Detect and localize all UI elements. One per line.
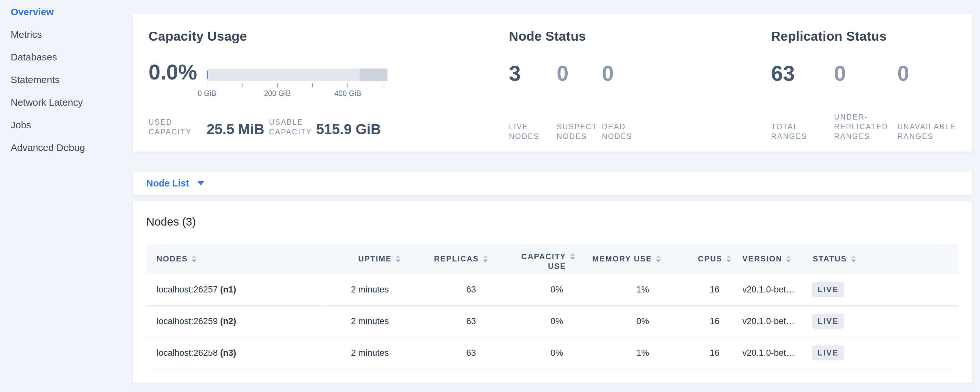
under-replicated-ranges-label: UNDER- REPLICATED RANGES bbox=[834, 112, 888, 141]
usable-capacity-label: USABLE CAPACITY bbox=[269, 117, 316, 137]
dead-nodes-label: DEAD NODES bbox=[602, 122, 632, 141]
node-row[interactable]: localhost:26258 (n3) 2 minutes 63 0% 1% … bbox=[146, 337, 959, 369]
capacity-usage-title: Capacity Usage bbox=[148, 29, 247, 44]
col-header-memory-use[interactable]: MEMORY USE bbox=[575, 244, 661, 274]
sort-icon[interactable] bbox=[851, 255, 856, 262]
sort-icon[interactable] bbox=[726, 255, 731, 262]
col-header-status[interactable]: STATUS bbox=[804, 244, 959, 274]
memory-use-cell: 1% bbox=[575, 337, 661, 369]
version-cell: v20.1.0-bet… bbox=[731, 274, 804, 305]
col-header-version[interactable]: VERSION bbox=[731, 244, 804, 274]
chevron-down-icon[interactable] bbox=[197, 181, 204, 185]
sidebar-item-network-latency[interactable]: Network Latency bbox=[0, 91, 132, 114]
capacity-usage-section: Capacity Usage 0.0% 0 GiB 200 GiB 400 Gi… bbox=[148, 14, 504, 151]
axis-label: 0 GiB bbox=[197, 89, 216, 98]
sidebar-item-metrics[interactable]: Metrics bbox=[0, 23, 132, 46]
capacity-gauge: 0 GiB 200 GiB 400 GiB bbox=[207, 69, 388, 99]
capacity-other-usage-bar bbox=[360, 69, 388, 81]
sort-icon[interactable] bbox=[396, 255, 401, 262]
capacity-summary-stats: USED CAPACITY 25.5 MiB USABLE CAPACITY 5… bbox=[148, 117, 381, 137]
total-ranges-count: 63 bbox=[771, 63, 795, 84]
memory-use-cell: 1% bbox=[575, 274, 661, 305]
capacity-use-cell: 0% bbox=[488, 305, 575, 337]
capacity-use-cell: 0% bbox=[488, 337, 575, 369]
suspect-nodes-label: SUSPECT NODES bbox=[557, 122, 597, 141]
nodes-card: Nodes (3) NODES UPTIME bbox=[132, 200, 972, 383]
node-name-cell[interactable]: localhost:26258 (n3) bbox=[146, 337, 321, 369]
node-name-cell[interactable]: localhost:26257 (n1) bbox=[146, 274, 321, 305]
status-cell: LIVE bbox=[804, 305, 959, 337]
sidebar-item-overview[interactable]: Overview bbox=[0, 1, 132, 23]
sidebar-item-jobs[interactable]: Jobs bbox=[0, 114, 132, 136]
capacity-used-percent: 0.0% bbox=[148, 61, 197, 83]
status-badge: LIVE bbox=[812, 346, 844, 360]
table-header-row: NODES UPTIME REPLICAS bbox=[146, 244, 959, 274]
node-name-cell[interactable]: localhost:26259 (n2) bbox=[146, 305, 321, 337]
sidebar-item-advanced-debug[interactable]: Advanced Debug bbox=[0, 136, 132, 159]
col-header-nodes[interactable]: NODES bbox=[146, 244, 321, 274]
memory-use-cell: 0% bbox=[575, 305, 661, 337]
sort-icon[interactable] bbox=[483, 255, 488, 262]
capacity-axis-labels: 0 GiB 200 GiB 400 GiB bbox=[207, 89, 388, 99]
unavailable-ranges-count: 0 bbox=[897, 63, 909, 84]
cpus-cell: 16 bbox=[661, 274, 731, 305]
unavailable-ranges-label: UNAVAILABLE RANGES bbox=[897, 122, 956, 141]
col-header-cpus[interactable]: CPUS bbox=[661, 244, 731, 274]
status-badge: LIVE bbox=[812, 314, 844, 329]
sidebar: Overview Metrics Databases Statements Ne… bbox=[0, 0, 132, 392]
sort-icon[interactable] bbox=[656, 255, 661, 262]
node-status-section: Node Status 3 0 0 LIVE NODES SUSPECT NOD… bbox=[509, 14, 761, 151]
status-badge: LIVE bbox=[812, 282, 844, 297]
sort-icon[interactable] bbox=[570, 253, 575, 260]
suspect-nodes-count: 0 bbox=[557, 63, 569, 84]
cluster-summary-card: Capacity Usage 0.0% 0 GiB 200 GiB 400 Gi… bbox=[132, 14, 972, 152]
sidebar-item-databases[interactable]: Databases bbox=[0, 46, 132, 69]
replication-status-title: Replication Status bbox=[771, 29, 887, 44]
sort-icon[interactable] bbox=[786, 255, 791, 262]
nodes-heading: Nodes (3) bbox=[146, 215, 959, 228]
live-nodes-count: 3 bbox=[509, 63, 521, 84]
uptime-cell: 2 minutes bbox=[321, 274, 401, 305]
replicas-cell: 63 bbox=[401, 305, 488, 337]
node-list-dropdown[interactable]: Node List bbox=[146, 178, 189, 189]
main-content: Capacity Usage 0.0% 0 GiB 200 GiB 400 Gi… bbox=[132, 0, 980, 392]
nodes-table: NODES UPTIME REPLICAS bbox=[146, 244, 959, 369]
status-cell: LIVE bbox=[804, 274, 959, 305]
used-capacity-label: USED CAPACITY bbox=[148, 117, 207, 137]
cpus-cell: 16 bbox=[661, 337, 731, 369]
capacity-axis-ticks bbox=[207, 83, 388, 87]
col-header-uptime[interactable]: UPTIME bbox=[321, 244, 401, 274]
version-cell: v20.1.0-bet… bbox=[731, 337, 804, 369]
sort-icon[interactable] bbox=[191, 255, 197, 262]
cpus-cell: 16 bbox=[661, 305, 731, 337]
total-ranges-label: TOTAL RANGES bbox=[771, 122, 807, 141]
axis-label: 200 GiB bbox=[264, 89, 291, 98]
col-header-capacity-use[interactable]: CAPACITY USE bbox=[488, 244, 575, 274]
status-cell: LIVE bbox=[804, 337, 959, 369]
view-selector-bar: Node List bbox=[132, 171, 972, 196]
node-row[interactable]: localhost:26257 (n1) 2 minutes 63 0% 1% … bbox=[146, 274, 959, 305]
live-nodes-label: LIVE NODES bbox=[509, 122, 539, 141]
axis-label: 400 GiB bbox=[334, 89, 361, 98]
replicas-cell: 63 bbox=[401, 337, 488, 369]
sidebar-item-statements[interactable]: Statements bbox=[0, 69, 132, 91]
under-replicated-ranges-count: 0 bbox=[834, 63, 846, 84]
replication-status-section: Replication Status 63 0 0 TOTAL RANGES U… bbox=[771, 14, 971, 151]
capacity-used-bar bbox=[207, 71, 208, 78]
node-status-title: Node Status bbox=[509, 29, 586, 44]
replicas-cell: 63 bbox=[401, 274, 488, 305]
version-cell: v20.1.0-bet… bbox=[731, 305, 804, 337]
col-header-replicas[interactable]: REPLICAS bbox=[401, 244, 488, 274]
used-capacity-value: 25.5 MiB bbox=[207, 122, 269, 137]
uptime-cell: 2 minutes bbox=[321, 337, 401, 369]
dead-nodes-count: 0 bbox=[602, 63, 614, 84]
node-row[interactable]: localhost:26259 (n2) 2 minutes 63 0% 0% … bbox=[146, 305, 959, 337]
capacity-gauge-track bbox=[207, 69, 388, 81]
usable-capacity-value: 515.9 GiB bbox=[316, 122, 381, 137]
capacity-use-cell: 0% bbox=[488, 274, 575, 305]
uptime-cell: 2 minutes bbox=[321, 305, 401, 337]
